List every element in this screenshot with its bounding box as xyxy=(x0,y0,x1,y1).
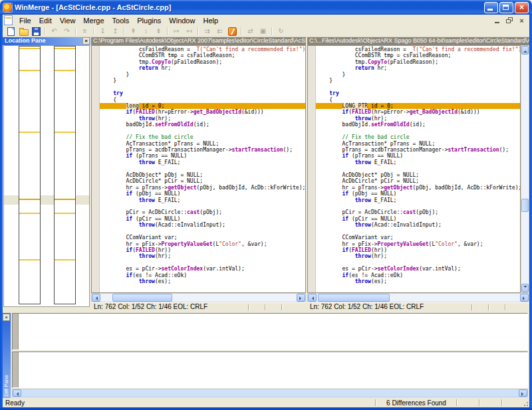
diff-mark[interactable] xyxy=(19,259,40,260)
diff-pane-bottom-box[interactable] xyxy=(12,352,528,388)
code-line xyxy=(308,84,520,90)
save-button[interactable] xyxy=(31,27,42,37)
next-difference-button[interactable]: ↧ xyxy=(97,27,108,37)
location-pane-close-icon[interactable]: × xyxy=(82,37,90,45)
scroll-right-arrow-icon[interactable] xyxy=(520,294,529,302)
save-icon xyxy=(32,27,41,36)
scroll-right-arrow-icon[interactable] xyxy=(519,389,527,397)
menu-item-merge[interactable]: Merge xyxy=(79,16,108,25)
diff-mark[interactable] xyxy=(19,70,40,71)
code-line: return hr; xyxy=(308,65,520,71)
menu-item-plugins[interactable]: Plugins xyxy=(133,16,165,25)
view-plugins-button[interactable]: ▣ xyxy=(257,27,269,37)
previous-difference-button[interactable]: ↥ xyxy=(110,27,121,37)
menu-item-file[interactable]: File xyxy=(15,16,35,25)
menu-item-view[interactable]: View xyxy=(56,16,80,25)
diff-mark[interactable] xyxy=(55,70,75,71)
copy-right-button[interactable]: ↦ xyxy=(171,27,182,37)
code-line: try xyxy=(308,90,520,96)
title-bar[interactable]: WinMerge - [AcStCircle.cpp - AcStCircle.… xyxy=(0,0,532,15)
menu-item-tools[interactable]: Tools xyxy=(108,16,134,25)
copy-left-button[interactable]: ↤ xyxy=(184,27,195,37)
code-editor-left[interactable]: csFailedReason = _T("Can't find a recomm… xyxy=(91,45,306,293)
diff-mark[interactable] xyxy=(19,132,40,133)
options-button[interactable] xyxy=(227,27,238,37)
undo-button[interactable]: ↶ xyxy=(49,27,60,37)
all-right-button[interactable]: ⇉ xyxy=(201,27,213,37)
redo-icon: ↷ xyxy=(64,28,69,35)
h-scrollbar-left[interactable] xyxy=(91,293,306,302)
mdi-minimize-icon[interactable] xyxy=(493,17,503,25)
scroll-right-arrow-icon[interactable] xyxy=(297,294,305,302)
maximize-button[interactable] xyxy=(499,2,513,13)
last-difference-icon: ⇟ xyxy=(156,28,161,35)
code-line: CComBSTR tmp = csFailedReason; xyxy=(92,52,305,58)
redo-button[interactable]: ↷ xyxy=(61,27,72,37)
diff-pane-close-icon[interactable]: × xyxy=(3,314,10,321)
resize-grip[interactable] xyxy=(520,399,529,407)
diff-mark-current[interactable] xyxy=(55,199,75,200)
menu-item-edit[interactable]: Edit xyxy=(35,16,56,25)
h-scrollbar-right[interactable] xyxy=(307,293,529,302)
all-left-button[interactable]: ⇇ xyxy=(214,27,225,37)
options-icon xyxy=(228,27,237,36)
diff-pane: × Diff Pane xyxy=(3,313,529,398)
first-difference-button[interactable]: ⇞ xyxy=(128,27,139,37)
code-line: throw(Acad::eInvalidInput); xyxy=(92,222,305,228)
code-line: // Fix the bad circle xyxy=(92,134,305,140)
close-button[interactable]: × xyxy=(515,2,529,13)
diff-mark[interactable] xyxy=(55,259,75,260)
diff-mark[interactable] xyxy=(55,213,75,214)
diff-mark[interactable] xyxy=(55,48,75,49)
h-scroll-thumb[interactable] xyxy=(112,294,172,302)
code-line: try xyxy=(92,90,305,96)
diff-mark[interactable] xyxy=(55,132,75,133)
location-pane-body[interactable] xyxy=(3,45,90,307)
last-difference-button[interactable]: ⇟ xyxy=(153,27,164,37)
location-pane-caption[interactable]: Location Pane × xyxy=(3,37,90,45)
mdi-close-icon[interactable]: × xyxy=(517,17,527,25)
minimize-button[interactable] xyxy=(484,2,498,13)
code-line xyxy=(308,229,520,235)
location-bar-right[interactable] xyxy=(54,46,76,304)
scroll-left-arrow-icon[interactable] xyxy=(13,389,21,397)
window-border xyxy=(529,13,532,410)
location-bar-left[interactable] xyxy=(19,46,41,304)
scroll-left-arrow-icon[interactable] xyxy=(92,294,100,302)
menu-item-help[interactable]: Help xyxy=(199,16,222,25)
new-button[interactable] xyxy=(5,27,17,37)
menu-item-window[interactable]: Window xyxy=(165,16,199,25)
code-line xyxy=(308,285,520,291)
swap-panes-button[interactable]: ⇄ xyxy=(245,27,256,37)
code-line: hr = pFix->PropertyValueGet(L"Color", &v… xyxy=(92,241,305,247)
h-scroll-thumb[interactable] xyxy=(318,294,390,302)
v-scroll-thumb[interactable] xyxy=(521,199,529,212)
v-scrollbar-right[interactable] xyxy=(521,45,529,293)
code-line: if(FAILED(hr=pError->get_BadObjectId(&id… xyxy=(92,109,305,115)
file-header-right[interactable]: C:\...Files\Autodesk\ObjectARX Spago B05… xyxy=(307,37,529,45)
code-editor-right[interactable]: csFailedReason = _T("Can't find a recomm… xyxy=(307,45,521,293)
diff-mark[interactable] xyxy=(19,213,40,214)
diff-pane-top-box[interactable] xyxy=(12,313,528,350)
document-system-menu-icon[interactable] xyxy=(4,15,13,25)
code-line: hr = pTrans->getObject(pObj, badObjId, A… xyxy=(92,185,305,191)
scroll-up-arrow-icon[interactable] xyxy=(521,46,529,54)
diff-pane-h-scrollbar[interactable] xyxy=(12,389,528,397)
diff-pane-caption[interactable]: × Diff Pane xyxy=(3,313,11,398)
code-line: csFailedReason = _T("Can't find a recomm… xyxy=(92,47,305,52)
diff-mark[interactable] xyxy=(19,48,40,49)
scroll-left-arrow-icon[interactable] xyxy=(308,294,317,302)
menu-bar: FileEditViewMergeToolsPluginsWindowHelp … xyxy=(3,15,529,26)
scroll-down-arrow-icon[interactable] xyxy=(521,284,529,292)
code-line: AcDbCircle* pCir = NULL; xyxy=(308,178,520,184)
open-button[interactable] xyxy=(18,27,29,37)
file-header-left[interactable]: C:\Program Files\Autodesk\ObjectARX 2007… xyxy=(91,37,306,45)
code-line xyxy=(308,203,520,209)
code-line: hr = pFix->PropertyValueGet(L"Color", &v… xyxy=(308,241,520,247)
file-compare-button[interactable]: ≡ xyxy=(79,27,90,37)
diff-mark-current[interactable] xyxy=(19,199,40,200)
refresh-button[interactable]: ↻ xyxy=(275,27,287,37)
code-line: throw E_FAIL; xyxy=(308,159,520,165)
current-difference-button[interactable]: ↕ xyxy=(140,27,152,37)
mdi-restore-icon[interactable] xyxy=(505,17,515,25)
